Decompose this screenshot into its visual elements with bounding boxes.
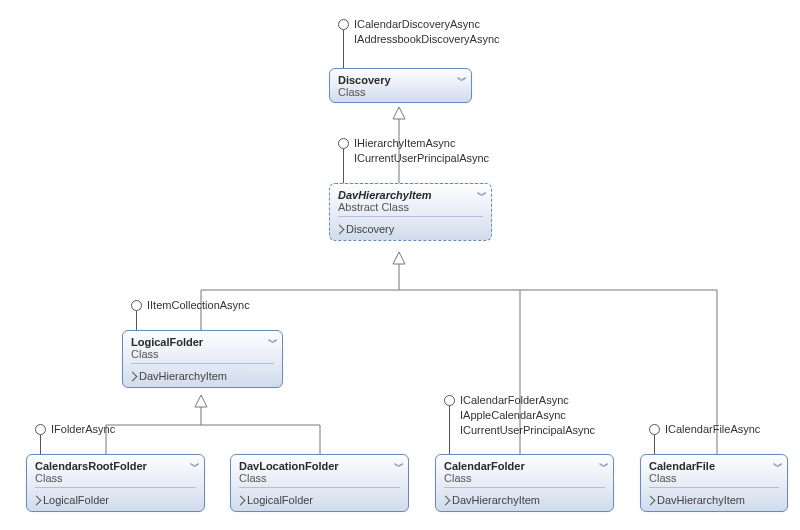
class-kind: Class [131,348,274,360]
class-davlocationfolder[interactable]: DavLocationFolder ︾ Class LogicalFolder [230,454,409,512]
class-title: DavLocationFolder [239,460,339,472]
class-kind: Abstract Class [338,201,483,213]
class-inherits: DavHierarchyItem [123,368,282,387]
class-kind: Class [444,472,605,484]
class-calendarfile[interactable]: CalendarFile ︾ Class DavHierarchyItem [640,454,788,512]
class-davhierarchyitem[interactable]: DavHierarchyItem ︾ Abstract Class Discov… [329,183,492,241]
class-inherits: DavHierarchyItem [641,492,787,511]
interface-label: IHierarchyItemAsync [354,137,455,149]
class-title: CalendarFile [649,460,715,472]
lollipop-stem [40,435,41,454]
lollipop-stem [654,435,655,454]
class-title: LogicalFolder [131,336,203,348]
chevrons-icon[interactable]: ︾ [599,460,607,474]
lollipop-stem [343,149,344,183]
class-calendarsrootfolder[interactable]: CalendarsRootFolder ︾ Class LogicalFolde… [26,454,205,512]
class-discovery[interactable]: Discovery ︾ Class [329,68,472,103]
interface-label: ICalendarFolderAsync [460,394,569,406]
lollipop-icon [338,138,349,149]
chevrons-icon[interactable]: ︾ [268,336,276,350]
class-kind: Class [338,86,463,98]
lollipop-icon [649,424,660,435]
lollipop-icon [444,395,455,406]
interface-label: ICalendarDiscoveryAsync [354,18,480,30]
class-title: Discovery [338,74,391,86]
class-calendarfolder[interactable]: CalendarFolder ︾ Class DavHierarchyItem [435,454,614,512]
chevrons-icon[interactable]: ︾ [190,460,198,474]
class-title: CalendarsRootFolder [35,460,147,472]
class-inherits: LogicalFolder [27,492,204,511]
class-inherits: LogicalFolder [231,492,408,511]
chevrons-icon[interactable]: ︾ [394,460,402,474]
interface-label: ICurrentUserPrincipalAsync [354,152,489,164]
class-title: CalendarFolder [444,460,525,472]
chevrons-icon[interactable]: ︾ [773,460,781,474]
class-inherits: Discovery [330,221,491,240]
class-inherits: DavHierarchyItem [436,492,613,511]
interface-label: IAppleCalendarAsync [460,409,566,421]
interface-label: ICalendarFileAsync [665,423,760,435]
class-kind: Class [35,472,196,484]
chevrons-icon[interactable]: ︾ [477,189,485,203]
lollipop-stem [136,311,137,330]
class-kind: Class [239,472,400,484]
interface-label: ICurrentUserPrincipalAsync [460,424,595,436]
lollipop-icon [338,19,349,30]
svg-marker-0 [393,107,405,119]
chevrons-icon[interactable]: ︾ [457,74,465,88]
class-logicalfolder[interactable]: LogicalFolder ︾ Class DavHierarchyItem [122,330,283,388]
interface-label: IAddressbookDiscoveryAsync [354,33,500,45]
lollipop-stem [343,30,344,68]
class-kind: Class [649,472,779,484]
lollipop-icon [35,424,46,435]
interface-label: IFolderAsync [51,423,115,435]
svg-marker-8 [195,395,207,407]
class-title: DavHierarchyItem [338,189,432,201]
lollipop-icon [131,300,142,311]
lollipop-stem [449,406,450,454]
interface-label: IItemCollectionAsync [147,299,250,311]
svg-marker-2 [393,252,405,264]
